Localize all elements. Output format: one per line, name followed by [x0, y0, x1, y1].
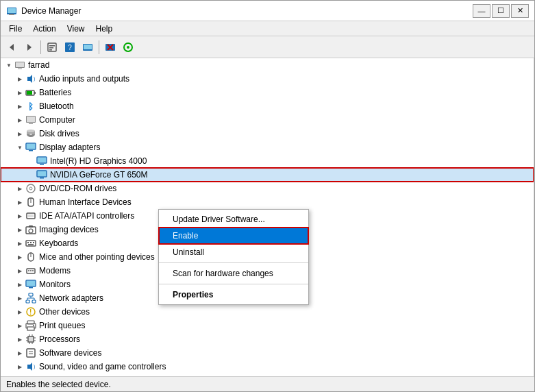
keyboards-label: Keyboards: [39, 238, 78, 248]
svg-rect-19: [16, 62, 24, 67]
monitors-label: Monitors: [39, 280, 71, 289]
print-label: Print queues: [39, 321, 85, 330]
svg-point-60: [28, 270, 29, 271]
svg-rect-8: [49, 49, 52, 51]
processors-expander[interactable]: ▶: [14, 334, 25, 345]
close-button[interactable]: ✕: [511, 4, 529, 18]
tree-dvdrom[interactable]: ▶ DVD/CD-ROM drives: [1, 182, 534, 195]
svg-rect-36: [29, 150, 33, 151]
tree-storage[interactable]: ▶ Storage controllers: [1, 373, 534, 376]
mice-expander[interactable]: ▶: [14, 252, 25, 262]
properties-button[interactable]: [44, 39, 60, 56]
hid-expander[interactable]: ▶: [14, 197, 25, 208]
maximize-button[interactable]: ☐: [492, 4, 510, 18]
tree-diskdrives[interactable]: ▶ Disk drives: [1, 127, 534, 140]
tree-processors[interactable]: ▶ Processors: [1, 332, 534, 346]
toolbar-sep-1: [40, 40, 41, 54]
tree-print[interactable]: ▶ Print queues: [1, 319, 534, 332]
bluetooth-label: Bluetooth: [39, 101, 74, 111]
svg-rect-7: [49, 47, 53, 49]
context-properties[interactable]: Properties: [159, 286, 308, 303]
context-menu: Update Driver Software... Enable Uninsta…: [158, 209, 309, 305]
context-uninstall[interactable]: Uninstall: [159, 244, 308, 260]
tree-computer[interactable]: ▶ Computer: [1, 113, 534, 127]
menu-file[interactable]: File: [3, 23, 27, 35]
mouse-icon: [25, 252, 36, 262]
diskdrives-expander[interactable]: ▶: [14, 128, 25, 139]
tree-audio[interactable]: ▶ ) Audio inputs and outputs: [1, 72, 534, 86]
monitors-expander[interactable]: ▶: [14, 279, 25, 290]
tree-software[interactable]: ▶ Software devices: [1, 346, 534, 360]
svg-rect-20: [18, 69, 22, 69]
storage-expander[interactable]: ▶: [14, 375, 25, 376]
svg-rect-64: [27, 281, 35, 286]
tree-intelhd[interactable]: ▶ Intel(R) HD Graphics 4000: [1, 154, 534, 168]
tree-bluetooth[interactable]: ▶ ᛒ Bluetooth: [1, 99, 534, 113]
svg-rect-80: [29, 337, 33, 341]
svg-point-51: [29, 229, 33, 233]
svg-rect-68: [32, 300, 36, 303]
svg-point-44: [29, 187, 32, 190]
batteries-expander[interactable]: ▶: [14, 87, 25, 98]
dvdrom-expander[interactable]: ▶: [14, 183, 25, 194]
other-expander[interactable]: ▶: [14, 306, 25, 317]
diskdrives-label: Disk drives: [39, 129, 79, 138]
network-expander[interactable]: ▶: [14, 293, 25, 304]
svg-point-17: [127, 46, 129, 49]
menu-bar: File Action View Help: [1, 21, 534, 36]
context-update-driver[interactable]: Update Driver Software...: [159, 211, 308, 228]
ide-expander[interactable]: ▶: [14, 210, 25, 221]
software-expander[interactable]: ▶: [14, 347, 25, 358]
other-label: Other devices: [39, 307, 90, 317]
menu-view[interactable]: View: [62, 23, 90, 35]
device-tree[interactable]: ▼ farrad ▶ ): [1, 58, 534, 376]
software-label: Software devices: [39, 348, 101, 358]
uninstall-button[interactable]: [102, 39, 119, 56]
nvidia-icon: [36, 169, 47, 180]
minimize-button[interactable]: —: [473, 4, 490, 18]
tree-other[interactable]: ▶ ! Other devices: [1, 305, 534, 319]
displayadapters-icon: [25, 142, 36, 153]
nvidia-label: NVIDIA GeForce GT 650M: [50, 170, 148, 180]
print-expander[interactable]: ▶: [14, 320, 25, 331]
svg-point-33: [29, 134, 32, 135]
forward-button[interactable]: [21, 39, 38, 56]
context-sep-2: [159, 284, 308, 284]
content-area: ▼ farrad ▶ ): [1, 58, 534, 376]
other-icon: !: [25, 306, 36, 317]
tree-batteries[interactable]: ▶ Batteries: [1, 86, 534, 99]
svg-rect-29: [29, 123, 33, 124]
svg-marker-3: [10, 44, 14, 51]
audio-icon: ): [25, 73, 36, 84]
keyboards-expander[interactable]: ▶: [14, 238, 25, 249]
displayadapters-expander[interactable]: ▼: [14, 142, 25, 153]
root-expander[interactable]: ▼: [3, 60, 14, 71]
tree-hid[interactable]: ▶ Human Interface Devices: [1, 195, 534, 209]
sound-expander[interactable]: ▶: [14, 361, 25, 372]
back-button[interactable]: [3, 39, 20, 56]
audio-expander[interactable]: ▶: [14, 73, 25, 84]
disable-button[interactable]: [79, 39, 96, 56]
tree-sound[interactable]: ▶ ) Sound, video and game controllers: [1, 360, 534, 373]
tree-nvidia[interactable]: ▶ NVIDIA GeForce GT 650M: [1, 168, 534, 182]
bluetooth-expander[interactable]: ▶: [14, 101, 25, 112]
modems-expander[interactable]: ▶: [14, 265, 25, 276]
menu-help[interactable]: Help: [90, 23, 119, 35]
update-driver-button[interactable]: ?: [62, 39, 78, 56]
svg-rect-35: [27, 144, 35, 149]
dvdrom-label: DVD/CD-ROM drives: [39, 184, 116, 193]
imaging-expander[interactable]: ▶: [14, 224, 25, 235]
context-scan[interactable]: Scan for hardware changes: [159, 265, 308, 282]
processors-label: Processors: [39, 334, 80, 344]
status-text: Enables the selected device.: [6, 380, 111, 389]
scan-button[interactable]: [120, 39, 136, 56]
computer-expander[interactable]: ▶: [14, 114, 25, 125]
menu-action[interactable]: Action: [27, 23, 61, 35]
tree-root[interactable]: ▼ farrad: [1, 58, 534, 72]
svg-marker-21: [27, 75, 32, 83]
tree-displayadapters[interactable]: ▼ Display adapters: [1, 140, 534, 154]
ide-icon: [25, 210, 36, 221]
printer-icon: [25, 320, 36, 331]
imaging-label: Imaging devices: [39, 225, 99, 234]
context-enable[interactable]: Enable: [159, 228, 308, 244]
